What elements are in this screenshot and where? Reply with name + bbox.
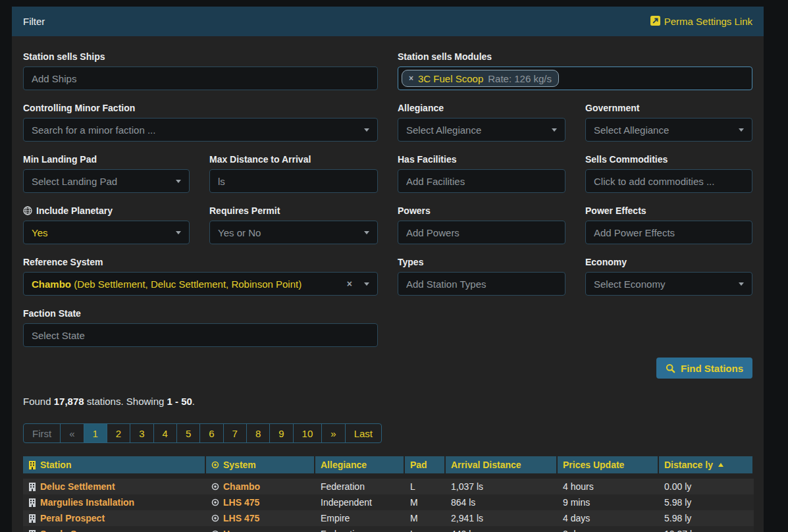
clear-icon[interactable]: × [347,279,352,288]
field-label-station-sells-modules: Station sells Modules [398,51,752,62]
field-label-has-facilities: Has Facilities [398,154,565,165]
pagination-button[interactable]: 7 [224,424,247,442]
max-distance-to-arrival-input[interactable] [209,169,378,193]
table-row: Searle Survey Hora Federation L 440 ls 3… [23,526,754,532]
station-link[interactable]: Deluc Settlement [40,481,115,492]
system-cell: Hora [206,526,314,532]
search-icon [666,363,675,373]
powers-input[interactable] [398,221,565,244]
column-label: Allegiance [321,460,367,470]
column-header-allegiance[interactable]: Allegiance [315,456,404,473]
pagination-button[interactable]: Last [346,424,381,442]
column-header-prices-update[interactable]: Prices Update [558,456,658,473]
field-label-requires-permit: Requires Permit [209,205,378,216]
chevron-down-icon [739,128,744,132]
has-facilities-input[interactable] [398,169,565,193]
column-header-station[interactable]: Station [23,456,205,473]
table-row: Margulies Installation LHS 475 Independe… [23,494,754,510]
pagination: First«12345678910»Last [23,423,382,443]
chevron-down-icon [552,128,557,132]
station-link[interactable]: Margulies Installation [40,497,134,508]
arrival-cell: 2,941 ls [446,510,556,526]
field-label-allegiance: Allegiance [398,103,565,113]
select-placeholder: Select Economy [594,279,665,290]
controlling-minor-faction-select[interactable]: Search for a minor faction ... [23,118,378,142]
filter-header-bar: Filter Perma Settings Link [12,7,764,36]
chevron-down-icon [364,282,369,286]
pagination-button[interactable]: 5 [177,424,200,442]
allegiance-cell: Federation [315,479,404,494]
economy-select[interactable]: Select Economy [585,272,752,296]
station-link[interactable]: Searle Survey [40,529,101,532]
column-header-arrival-distance[interactable]: Arrival Distance [446,456,556,473]
field-label-station-sells-ships: Station sells Ships [23,51,378,62]
pagination-button[interactable]: « [61,424,84,442]
pagination-button[interactable]: 4 [154,424,177,442]
min-landing-pad-select[interactable]: Select Landing Pad [23,169,190,193]
arrival-cell: 1,037 ls [446,479,556,494]
station-cell: Searle Survey [23,526,205,532]
summary-middle: stations. Showing [84,396,167,407]
system-link[interactable]: Hora [223,529,244,532]
globe-icon [23,206,32,215]
allegiance-cell: Empire [315,510,404,526]
pagination-button[interactable]: First [24,424,61,442]
pagination-button[interactable]: 8 [247,424,270,442]
requires-permit-select[interactable]: Yes or No [209,221,378,244]
chevron-down-icon [176,180,181,183]
column-header-pad[interactable]: Pad [405,456,444,473]
pagination-button[interactable]: » [322,424,345,442]
pagination-button[interactable]: 6 [200,424,223,442]
reference-system-stations: (Deb Settlement, Deluc Settlement, Robin… [71,279,302,290]
station-cell: Peral Prospect [23,510,205,526]
find-stations-button[interactable]: Find Stations [656,358,752,379]
column-header-distance-ly[interactable]: Distance ly [659,456,752,473]
distance-cell: 10.37 ly [659,526,752,532]
sells-commodities-input[interactable] [585,169,752,193]
field-label-min-landing-pad: Min Landing Pad [23,154,190,165]
government-select[interactable]: Select Allegiance [585,118,752,142]
reference-system-select[interactable]: Chambo (Deb Settlement, Deluc Settlement… [23,272,378,296]
station-types-input[interactable] [398,272,565,296]
station-cell: Deluc Settlement [23,479,205,494]
faction-state-input[interactable] [23,323,378,347]
reference-system-value: Chambo (Deb Settlement, Deluc Settlement… [32,279,302,290]
chevron-down-icon [364,128,369,132]
building-icon [28,483,36,491]
field-label-powers: Powers [398,205,565,216]
include-planetary-select[interactable]: Yes [23,221,190,244]
pagination-button[interactable]: 3 [130,424,153,442]
column-label: Arrival Distance [451,460,521,470]
field-label-types: Types [398,257,565,267]
station-cell: Margulies Installation [23,494,205,510]
target-icon [211,498,219,506]
pagination-button[interactable]: 9 [270,424,293,442]
station-sells-modules-input[interactable]: × 3C Fuel Scoop Rate: 126 kg/s [398,66,752,90]
station-sells-ships-input[interactable] [23,66,378,90]
select-value: Yes [32,227,47,238]
power-effects-input[interactable] [585,221,752,244]
find-stations-label: Find Stations [681,363,743,374]
pagination-button[interactable]: 10 [294,424,323,442]
table-row: Peral Prospect LHS 475 Empire M 2,941 ls… [23,510,754,526]
remove-tag-icon[interactable]: × [409,74,413,83]
chevron-down-icon [739,282,744,286]
building-icon [28,498,36,507]
column-header-system[interactable]: System [206,456,314,473]
field-label-sells-commodities: Sells Commodities [585,154,752,165]
pagination-button[interactable]: 2 [107,424,130,442]
pagination-button[interactable]: 1 [84,424,107,442]
allegiance-select[interactable]: Select Allegiance [398,118,565,142]
perma-settings-link[interactable]: Perma Settings Link [650,16,752,28]
building-icon [28,461,36,469]
system-link[interactable]: LHS 475 [223,497,259,508]
system-link[interactable]: LHS 475 [223,513,259,523]
field-label-faction-state: Faction State [23,308,378,319]
system-cell: LHS 475 [206,510,314,526]
include-planetary-label: Include Planetary [36,205,113,216]
prices-cell: 9 mins [558,494,658,510]
station-link[interactable]: Peral Prospect [40,513,105,523]
pad-cell: M [405,494,444,510]
system-link[interactable]: Chambo [223,481,260,492]
sort-asc-icon [718,463,723,467]
